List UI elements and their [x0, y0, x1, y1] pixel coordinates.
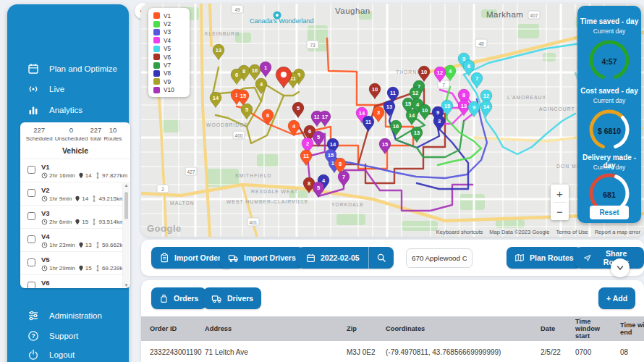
vehicle-row[interactable]: V6: [20, 275, 130, 288]
svg-text:10: 10: [422, 107, 428, 114]
svg-text:11: 11: [365, 119, 371, 125]
road-shield: 427: [185, 167, 197, 175]
import-drivers-button[interactable]: Import Drivers: [220, 247, 304, 269]
sidebar-item-label: Live: [49, 85, 64, 93]
sidebar-item-support[interactable]: ? Support: [7, 327, 129, 345]
schedule-stat: 227total: [90, 126, 102, 142]
sidebar-item-administration[interactable]: Administration: [7, 307, 129, 324]
svg-text:8: 8: [339, 161, 342, 167]
vehicle-checkbox[interactable]: [27, 189, 35, 197]
report-map-error-link[interactable]: Report a map error: [595, 229, 640, 235]
reset-button[interactable]: Reset: [590, 206, 629, 219]
search-button[interactable]: [369, 253, 394, 263]
sidebar-item-label: Analytics: [49, 106, 82, 114]
orders-table-header: Order IDAddressZipCoordinatesDateTime wi…: [141, 316, 644, 341]
date-picker-button[interactable]: 2022-02-05: [297, 253, 368, 263]
legend-item: V7: [153, 61, 190, 69]
table-row[interactable]: 233224300119071 Leitch AveM3J 0E2(-79.49…: [141, 341, 644, 362]
svg-text:16: 16: [252, 67, 258, 74]
sidebar-item-label: Plan and Optimize: [49, 64, 117, 73]
map-label: WEST HUMBER-CLAIRVILLE: [226, 199, 309, 204]
sidebar-item-analytics[interactable]: Analytics: [7, 101, 129, 119]
distance-icon: [91, 219, 97, 225]
svg-text:9: 9: [436, 109, 439, 116]
svg-text:15: 15: [240, 93, 246, 99]
share-routes-button[interactable]: Share Routes: [575, 247, 644, 269]
svg-text:13: 13: [386, 104, 392, 110]
map[interactable]: 492756734074874004274012VaughanMarkhamCa…: [141, 4, 644, 237]
vehicle-checkbox[interactable]: [27, 258, 35, 266]
vehicle-row[interactable]: V41hr 23min 13 59.662km: [20, 229, 130, 252]
collapse-section-button[interactable]: [611, 258, 630, 277]
vehicle-row[interactable]: V32hr 6min 15 93.514km: [20, 206, 130, 229]
truck-icon: [211, 293, 222, 303]
drivers-tab-button[interactable]: Drivers: [203, 287, 261, 309]
clock-icon: [41, 265, 48, 272]
plan-routes-button[interactable]: Plan Routes: [507, 247, 582, 269]
vehicle-checkbox[interactable]: [27, 282, 35, 288]
vehicle-row[interactable]: V21hr 9min 14 49.215km: [20, 182, 130, 206]
map-label: Vaughan: [335, 7, 370, 15]
vehicle-row[interactable]: V51hr 29min 15 69.239km: [20, 252, 130, 275]
map-label: L'AMOREAUX: [507, 95, 546, 100]
road-shield: 48: [475, 39, 487, 47]
svg-text:5: 5: [297, 105, 300, 111]
svg-text:14: 14: [409, 112, 415, 119]
legend-item: V6: [153, 53, 190, 61]
table-column-header: Time window end: [620, 321, 644, 336]
sidebar-item-label: Support: [49, 332, 78, 340]
terms-of-use-link[interactable]: Terms of Use: [556, 229, 588, 235]
sidebar-item-logout[interactable]: Logout: [7, 346, 129, 362]
road-shield: 401: [247, 218, 259, 226]
orders-tab-button[interactable]: Orders: [151, 287, 206, 309]
google-logo: Google: [147, 223, 182, 234]
map-data-label: Map Data ©2023 Google: [489, 229, 549, 235]
sidebar: Plan and Optimize Live Analytics 227Sche…: [7, 4, 129, 362]
svg-text:427: 427: [187, 169, 195, 174]
zoom-in-button[interactable]: +: [551, 185, 569, 202]
vehicle-list-scrollbar[interactable]: ▲▼: [122, 183, 130, 287]
road-shield: 407: [528, 11, 540, 19]
legend-swatch: [153, 37, 160, 43]
legend-swatch: [153, 21, 160, 28]
clock-icon: [41, 195, 48, 202]
legend-item: V1: [153, 12, 190, 20]
svg-text:9: 9: [473, 104, 475, 111]
vehicle-checkbox[interactable]: [27, 235, 35, 243]
table-cell: (-79.4970811, 43.76856669999999): [386, 348, 541, 356]
svg-text:17: 17: [322, 114, 328, 120]
svg-text:8: 8: [242, 68, 245, 75]
address-search-input[interactable]: [406, 248, 473, 268]
orders-section: Orders Drivers + Add Order IDAddressZipC…: [141, 280, 644, 362]
svg-text:8: 8: [308, 180, 310, 187]
add-button[interactable]: + Add: [598, 287, 635, 309]
sidebar-item-plan-and-optimize[interactable]: Plan and Optimize: [7, 60, 129, 77]
kpi-panel: Time saved - day Current day 4:57 Cost s…: [577, 6, 641, 223]
stops-pin-icon: [78, 265, 84, 272]
orders-tab-label: Orders: [174, 294, 198, 303]
sidebar-item-live[interactable]: Live: [7, 80, 129, 98]
stops-pin-icon: [75, 195, 80, 202]
schedule-stat: 227Scheduled: [26, 126, 53, 142]
svg-text:7: 7: [442, 83, 445, 88]
keyboard-shortcuts-link[interactable]: Keyboard shortcuts: [436, 229, 483, 235]
map-toolbar: Import Orders Import Drivers 2022-02-05 …: [141, 240, 644, 276]
map-label: Markham: [486, 10, 523, 19]
legend-item: V4: [153, 36, 190, 44]
vehicle-row[interactable]: V12hr 16min 14 97.827km: [20, 159, 130, 182]
vehicle-checkbox[interactable]: [27, 166, 35, 174]
import-orders-label: Import Orders: [174, 253, 225, 262]
svg-text:16: 16: [393, 123, 399, 130]
schedule-stats: 227Scheduled0Unscheduled227total10Routes: [20, 122, 130, 142]
zoom-out-button[interactable]: −: [551, 203, 569, 220]
svg-text:401: 401: [250, 220, 258, 225]
route-legend: V1V2V3V4V5V6V7V8V9V10: [148, 8, 190, 97]
kpi-value-cost: $ 6810: [577, 127, 641, 135]
table-column-header: Order ID: [150, 325, 205, 332]
map-label: AGINCOURT: [539, 106, 575, 111]
table-column-header: Zip: [347, 325, 386, 332]
vehicle-checkbox[interactable]: [27, 212, 35, 220]
truck-icon: [228, 253, 239, 263]
svg-text:11: 11: [390, 90, 396, 96]
svg-text:6: 6: [467, 63, 470, 70]
